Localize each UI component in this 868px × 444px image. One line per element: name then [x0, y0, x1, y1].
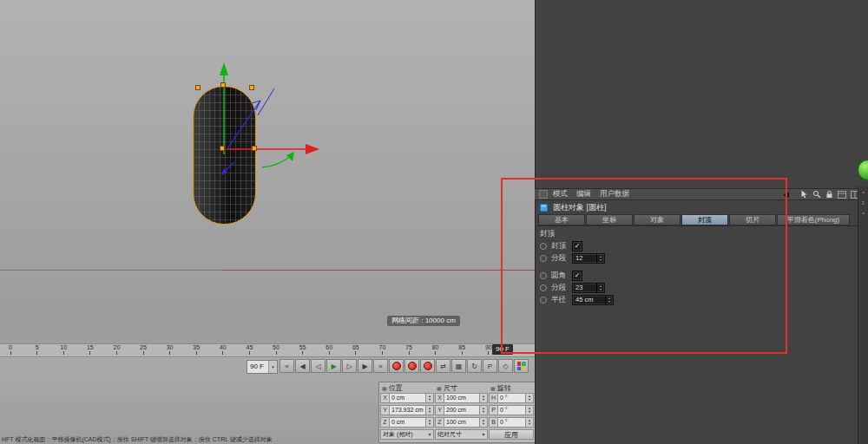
axis-label: Z [435, 417, 444, 428]
record-pla-toggle[interactable]: ◇ [498, 359, 513, 373]
tick-label: 5 [28, 344, 47, 351]
next-frame-button[interactable]: ▷ [342, 359, 357, 373]
coord-field-X[interactable]: X100 cm▲▼ [435, 393, 488, 403]
grid-spacing-label: 网格间距 : 10000 cm [387, 316, 460, 326]
frame-number-field[interactable]: 90 F ▾ [247, 360, 278, 374]
attribute-header-icons [800, 190, 859, 199]
timeline-tick-60[interactable]: 60 [319, 344, 339, 355]
selection-handle[interactable] [195, 85, 201, 90]
strip-icon[interactable]: ▪ [862, 190, 864, 195]
previous-key-button[interactable]: ◀ [295, 359, 310, 373]
timeline-tick-70[interactable]: 70 [372, 344, 391, 355]
timeline-tick-25[interactable]: 25 [134, 344, 153, 355]
coord-value[interactable]: 0 ° [497, 417, 526, 428]
goto-start-button[interactable]: « [279, 359, 294, 373]
keyframe-selection-button[interactable] [420, 359, 435, 373]
grid-icon: ▦ [490, 385, 496, 391]
coord-value[interactable]: 0 ° [497, 405, 526, 415]
spinner[interactable]: ▲▼ [526, 393, 534, 403]
coord-field-B[interactable]: B0 °▲▼ [489, 417, 534, 428]
coordinate-mode-dropdown[interactable]: 对象 (相对)▼ [380, 429, 434, 440]
lock-icon[interactable] [825, 190, 833, 199]
content-browser-button[interactable] [514, 359, 529, 373]
timeline-tick-55[interactable]: 55 [293, 344, 312, 355]
timeline-tick-0[interactable]: 0 [1, 344, 20, 355]
previous-frame-button[interactable]: ◁ [311, 359, 326, 373]
tick-label: 35 [187, 344, 206, 351]
timeline-tick-75[interactable]: 75 [399, 344, 418, 355]
timeline-tick-10[interactable]: 10 [54, 344, 73, 355]
spinner[interactable]: ▲▼ [426, 405, 434, 415]
record-rotation-toggle-icon: ↻ [471, 362, 477, 370]
timeline-ruler[interactable]: 051015202530354045505560657075808590 [0, 343, 535, 357]
timeline-tick-50[interactable]: 50 [266, 344, 286, 355]
coord-value[interactable]: 0 cm [389, 393, 426, 403]
coord-value[interactable]: 173.932 cm [389, 405, 426, 415]
play-button[interactable]: ▶ [326, 359, 341, 373]
goto-end-button[interactable]: » [373, 359, 388, 373]
tab-phong[interactable]: 平滑着色(Phong) [777, 214, 850, 225]
strip-icon[interactable]: ▪ [862, 211, 864, 216]
coord-value[interactable]: 200 cm [444, 405, 480, 415]
selection-handle[interactable] [249, 85, 254, 90]
timeline-tick-45[interactable]: 45 [240, 344, 259, 355]
frame-number-value[interactable]: 90 F [247, 361, 268, 373]
timeline-tick-5[interactable]: 5 [28, 344, 47, 355]
search-icon[interactable] [812, 190, 821, 199]
apply-button[interactable]: 应用 [489, 429, 534, 440]
timeline-tick-65[interactable]: 65 [346, 344, 365, 355]
record-scale-toggle[interactable]: ▦ [451, 359, 466, 373]
coord-field-P[interactable]: P0 °▲▼ [489, 405, 534, 415]
tick-mark [143, 351, 144, 355]
tick-mark [116, 351, 117, 355]
record-rotation-toggle[interactable]: ↻ [467, 359, 482, 373]
tick-label: 30 [161, 344, 180, 351]
selection-handle[interactable] [252, 146, 257, 151]
size-mode-dropdown[interactable]: 绝对尺寸▼ [435, 429, 488, 440]
coord-value[interactable]: 0 ° [497, 393, 526, 403]
spinner[interactable]: ▲▼ [480, 417, 488, 428]
axis-label: Y [380, 405, 389, 415]
timeline-tick-40[interactable]: 40 [214, 344, 233, 355]
capsule-object[interactable] [193, 86, 256, 225]
panel-layout-icon[interactable] [838, 191, 846, 199]
record-parameter-toggle[interactable]: P [483, 359, 497, 373]
record-dot-icon [408, 362, 417, 370]
coord-field-X[interactable]: X0 cm▲▼ [380, 393, 434, 403]
tick-mark [302, 351, 303, 355]
spinner[interactable]: ▲▼ [526, 405, 534, 415]
next-key-button[interactable]: ▶ [358, 359, 372, 373]
spinner[interactable]: ▲▼ [480, 393, 488, 403]
coord-value[interactable]: 100 cm [444, 417, 480, 428]
rotation-band[interactable] [262, 152, 294, 167]
timeline-tick-85[interactable]: 85 [452, 344, 471, 355]
coord-field-Y[interactable]: Y200 cm▲▼ [435, 405, 488, 415]
coord-field-H[interactable]: H0 °▲▼ [489, 393, 534, 403]
timeline-tick-35[interactable]: 35 [187, 344, 206, 355]
coord-field-Z[interactable]: Z0 cm▲▼ [380, 417, 434, 428]
tick-label: 75 [399, 344, 418, 351]
coord-field-Y[interactable]: Y173.932 cm▲▼ [380, 405, 434, 415]
record-keyframe-button[interactable] [389, 359, 404, 373]
autokeying-button[interactable] [404, 359, 419, 373]
timeline-tick-15[interactable]: 15 [81, 344, 100, 355]
spinner[interactable]: ▲▼ [480, 405, 488, 415]
record-position-toggle[interactable]: ⇄ [436, 359, 450, 373]
axis-origin-handle[interactable] [220, 146, 225, 151]
coord-value[interactable]: 100 cm [444, 393, 480, 403]
tick-label: 85 [452, 344, 471, 351]
timeline-tick-20[interactable]: 20 [107, 344, 126, 355]
spinner[interactable]: ▲▼ [426, 417, 434, 428]
tick-mark [89, 351, 90, 355]
pick-cursor-icon[interactable] [800, 190, 808, 199]
coordinate-manager: ▦位置▦尺寸▦旋转X0 cm▲▼X100 cm▲▼H0 °▲▼Y173.932 … [378, 382, 536, 443]
timeline-tick-80[interactable]: 80 [426, 344, 445, 355]
strip-icon[interactable]: ≡ [862, 200, 865, 206]
dropdown-caret-icon[interactable]: ▾ [268, 361, 277, 373]
spinner[interactable]: ▲▼ [526, 417, 534, 428]
coord-field-Z[interactable]: Z100 cm▲▼ [435, 417, 488, 428]
selection-handle[interactable] [220, 82, 226, 88]
timeline-tick-30[interactable]: 30 [161, 344, 180, 355]
spinner[interactable]: ▲▼ [426, 393, 434, 403]
coord-value[interactable]: 0 cm [389, 417, 426, 428]
